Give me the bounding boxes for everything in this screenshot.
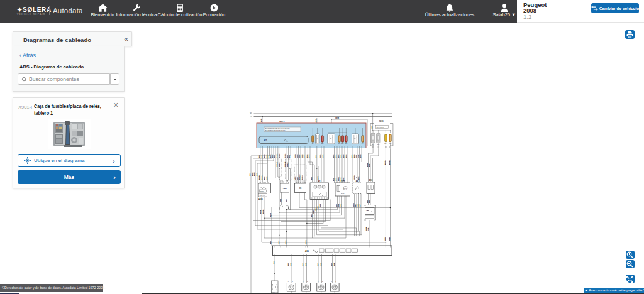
svg-text:11: 11: [367, 247, 369, 248]
svg-text:9007: 9007: [274, 154, 275, 158]
svg-text:1504: 1504: [287, 263, 289, 266]
svg-text:CABL.I: CABL.I: [301, 175, 303, 180]
svg-text:X900: X900: [379, 120, 384, 122]
svg-text:902: 902: [273, 261, 274, 264]
svg-text:600A: 600A: [369, 163, 370, 167]
svg-text:3000: 3000: [371, 126, 373, 129]
svg-text:M26: M26: [318, 189, 321, 190]
svg-text:L906A: L906A: [353, 175, 355, 180]
svg-text:X901-I: X901-I: [279, 121, 284, 123]
svg-text:38: 38: [307, 252, 308, 253]
svg-text:904A: 904A: [252, 172, 253, 176]
svg-text:271C: 271C: [345, 154, 347, 158]
svg-text:76B6: 76B6: [347, 250, 351, 251]
svg-text:104: 104: [297, 177, 298, 180]
svg-text:204C: 204C: [343, 154, 344, 158]
svg-text:32: 32: [275, 247, 276, 248]
svg-text:37: 37: [304, 252, 306, 253]
svg-text:104E: 104E: [301, 154, 303, 158]
svg-text:11: 11: [286, 149, 287, 150]
svg-text:(7905): (7905): [327, 250, 331, 251]
svg-text:A102: A102: [340, 180, 345, 183]
svg-text:104F: 104F: [299, 154, 300, 158]
svg-text:27: 27: [292, 252, 294, 253]
svg-text:26: 26: [340, 149, 341, 150]
svg-text:M: M: [319, 186, 320, 187]
svg-text:12: 12: [281, 247, 282, 248]
svg-text:2: 2: [296, 149, 297, 150]
svg-text:15: 15: [250, 116, 252, 118]
svg-text:A7B: A7B: [314, 194, 317, 196]
svg-text:1505: 1505: [290, 263, 291, 266]
svg-text:900F: 900F: [272, 154, 273, 158]
svg-text:5: 5: [324, 149, 325, 150]
svg-text:1525: 1525: [320, 263, 321, 266]
svg-text:30: 30: [250, 112, 252, 115]
svg-text:270A: 270A: [358, 176, 359, 180]
svg-text:204H: 204H: [340, 204, 341, 207]
svg-text:1: 1: [303, 281, 303, 282]
svg-text:76B: 76B: [335, 250, 338, 251]
svg-text:15A: 15A: [321, 143, 325, 144]
svg-text:M131: M131: [322, 189, 325, 190]
svg-text:1535: 1535: [333, 263, 335, 266]
svg-text:906B: 906B: [353, 154, 355, 158]
svg-text:CABL.I: CABL.I: [287, 162, 288, 167]
svg-text:104A: 104A: [319, 154, 321, 158]
svg-text:8003A: 8003A: [389, 237, 390, 241]
svg-text:29: 29: [270, 149, 271, 150]
svg-text:8004A: 8004A: [384, 237, 386, 241]
svg-text:1524: 1524: [317, 263, 318, 266]
svg-text:705A: 705A: [315, 208, 316, 211]
svg-text:22: 22: [268, 149, 269, 150]
svg-text:900B: 900B: [260, 210, 261, 214]
svg-text:B4C2: B4C2: [341, 193, 345, 194]
svg-text:26: 26: [289, 252, 291, 253]
svg-text:7: 7: [308, 149, 309, 150]
svg-text:9005A: 9005A: [262, 209, 264, 214]
svg-text:M: M: [323, 186, 325, 187]
svg-text:19: 19: [337, 149, 338, 150]
svg-text:9000: 9000: [315, 154, 316, 158]
svg-text:6000A: 6000A: [367, 163, 368, 167]
svg-text:Bn 34-ae Bn-1: Bn 34-ae Bn-1: [377, 126, 384, 128]
svg-text:104J: 104J: [335, 177, 336, 181]
svg-text:15: 15: [265, 149, 267, 150]
svg-text:CABL: CABL: [276, 153, 277, 158]
svg-text:76B6: 76B6: [341, 250, 345, 251]
svg-text:CABL.I: CABL.I: [279, 162, 280, 167]
svg-text:18: 18: [289, 149, 290, 150]
svg-text:201A: 201A: [335, 154, 336, 158]
svg-text:904T: 904T: [286, 199, 287, 202]
svg-text:15A: 15A: [345, 143, 348, 144]
svg-text:104P: 104P: [313, 210, 314, 214]
svg-text:900A: 900A: [264, 176, 265, 180]
svg-text:200A: 200A: [333, 154, 334, 158]
svg-text:9015: 9015: [333, 177, 334, 181]
svg-text:6: 6: [272, 149, 272, 150]
svg-text:10: 10: [370, 247, 371, 248]
svg-text:1515: 1515: [305, 263, 306, 266]
svg-text:104D: 104D: [303, 154, 304, 158]
svg-text:644A: 644A: [367, 227, 369, 231]
svg-text:25: 25: [291, 149, 292, 150]
svg-text:9001: 9001: [355, 204, 356, 207]
svg-text:1534: 1534: [331, 263, 332, 266]
svg-text:2: 2: [336, 281, 336, 282]
svg-text:JP91: JP91: [316, 132, 319, 133]
svg-text:CABL: CABL: [284, 153, 286, 158]
svg-text:13: 13: [274, 149, 275, 150]
svg-text:13: 13: [287, 247, 288, 248]
svg-text:104M: 104M: [317, 176, 318, 180]
svg-text:B6: B6: [369, 206, 370, 207]
svg-text:904K: 904K: [253, 172, 255, 176]
svg-text:NAT7A: NAT7A: [353, 203, 354, 207]
svg-text:600D: 600D: [369, 200, 370, 203]
svg-text:B13: B13: [369, 179, 372, 182]
svg-text:Bn 903-b Bn 90-aw Pn 10-ad: Bn 903-b Bn 90-aw Pn 10-ad Fn 10-gl: [265, 129, 286, 131]
svg-text:M: M: [315, 186, 316, 187]
svg-text:3: 3: [342, 149, 343, 150]
svg-text:9: 9: [299, 149, 299, 150]
svg-text:1: 1: [391, 247, 391, 248]
svg-text:970A: 970A: [270, 154, 271, 158]
